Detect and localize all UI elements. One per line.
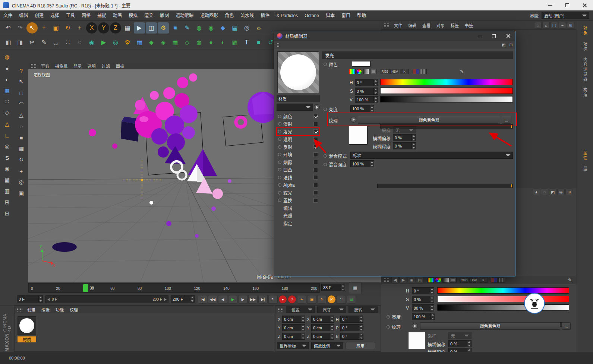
search-icon[interactable]: ◌ — [541, 189, 548, 195]
snap-mode-icon[interactable]: S — [2, 152, 12, 163]
channel-row[interactable]: 透明 — [277, 136, 320, 143]
hue-spinner[interactable]: 0 ° — [412, 287, 434, 294]
channel-row[interactable]: 反射 — [277, 143, 320, 151]
dialog-maximize-button[interactable] — [487, 31, 501, 41]
cycle-icon[interactable]: ◎ — [557, 189, 565, 195]
dock-icon[interactable]: ⊞ — [508, 42, 514, 48]
spinner-arrows-icon[interactable] — [359, 333, 363, 339]
coord-field[interactable]: 0 ° — [340, 324, 363, 331]
channel-checkbox[interactable] — [313, 160, 318, 164]
live-selection-icon[interactable]: ↖ — [26, 22, 38, 34]
polygons-mode-icon[interactable]: △ — [2, 119, 12, 129]
brightness-spinner[interactable]: 100 % — [350, 105, 374, 112]
tracer-icon[interactable]: ◇ — [182, 37, 193, 48]
home-icon[interactable]: ⌂ — [542, 22, 550, 29]
dock-tab[interactable]: 属性 — [581, 148, 589, 164]
spinner-arrows-icon[interactable] — [38, 296, 42, 302]
selection-arrow-icon[interactable]: ↖ — [16, 76, 26, 87]
dock-tab[interactable]: 内容浏览器 — [581, 54, 589, 85]
light-icon[interactable]: ☼ — [253, 22, 264, 34]
rotate-mini-button[interactable]: ↻ — [317, 295, 327, 304]
scale-mini-button[interactable]: ▣ — [307, 295, 316, 304]
mesh-check-icon[interactable]: ▥ — [2, 186, 12, 196]
gradient-picker-icon[interactable] — [363, 69, 369, 74]
loop-button[interactable]: ↻ — [268, 295, 278, 304]
spinner-arrows-icon[interactable] — [370, 161, 374, 167]
spinner-arrows-icon[interactable] — [411, 134, 416, 141]
channel-toggle-icon[interactable] — [278, 161, 281, 164]
channel-row[interactable]: 辉光 — [277, 189, 320, 197]
spinner-arrows-icon[interactable] — [301, 325, 305, 331]
channel-toggle-icon[interactable] — [278, 145, 281, 149]
spinner-arrows-icon[interactable] — [301, 333, 305, 339]
render-region-icon[interactable]: ◫ — [146, 22, 157, 34]
last-tool-icon[interactable]: + — [74, 22, 85, 34]
panel-grip-icon[interactable] — [384, 278, 389, 282]
rotate-view-icon[interactable]: ↻ — [16, 155, 26, 165]
image-picker-icon[interactable] — [370, 69, 377, 74]
record-keyframe-button[interactable]: ● — [278, 295, 287, 304]
menu-item[interactable]: 角色 — [221, 10, 237, 21]
workplane-mode-icon[interactable]: ▦ — [2, 85, 12, 96]
maximize-button[interactable] — [559, 0, 576, 10]
channel-checkbox[interactable] — [313, 198, 318, 203]
texture-expand-icon[interactable] — [350, 117, 356, 123]
texture-shader-button[interactable]: 颜色着色器 — [358, 116, 500, 124]
keyframe-dot-icon[interactable] — [324, 108, 327, 111]
camera-icon[interactable]: ◎ — [241, 22, 252, 34]
dock-tab[interactable]: 构造 — [581, 85, 589, 100]
viewport-menu-item[interactable]: 面板 — [113, 63, 127, 69]
menu-item[interactable]: 编辑 — [16, 10, 31, 21]
panel-grip-icon[interactable] — [384, 23, 389, 28]
brush-icon[interactable]: ✎ — [38, 37, 50, 48]
channel-row[interactable]: 环境 — [277, 151, 320, 159]
text-tool-icon[interactable]: T — [241, 37, 252, 48]
channel-checkbox[interactable] — [313, 129, 318, 134]
move-mini-button[interactable]: + — [297, 295, 306, 304]
blur-offset-spinner[interactable]: 0 % — [448, 340, 471, 347]
x-axis-lock-icon[interactable]: X — [86, 22, 97, 34]
spinner-arrows-icon[interactable] — [411, 143, 416, 149]
value-spinner[interactable]: 100 % — [355, 96, 378, 103]
value-spinner[interactable]: 80 % — [412, 304, 434, 311]
new-panel-icon[interactable]: ⊞ — [565, 189, 573, 195]
environment-icon[interactable]: ▤ — [229, 22, 240, 34]
help-icon[interactable]: ? — [16, 65, 26, 76]
lasso-select-icon[interactable]: ◠ — [16, 99, 26, 109]
coords-group-dropdown[interactable]: 尺寸 — [317, 306, 346, 313]
coord-field[interactable]: 0 cm — [311, 324, 334, 331]
channel-checkbox[interactable] — [313, 122, 318, 126]
spinner-arrows-icon[interactable] — [330, 325, 334, 331]
panel-grip-icon[interactable] — [17, 307, 23, 312]
viewport-menu-item[interactable]: 查看 — [38, 63, 52, 69]
points-mode-icon[interactable]: ∷ — [2, 96, 12, 107]
end-frame-spinner[interactable]: 200 F — [171, 295, 195, 303]
grid-snap-icon[interactable]: ⊞ — [2, 197, 12, 208]
rotate-icon[interactable]: ↻ — [62, 22, 73, 34]
mix-strength-spinner[interactable]: 100 % — [350, 160, 374, 167]
matrix-icon[interactable]: ▦ — [170, 37, 181, 48]
autokey-button[interactable]: ? — [288, 295, 296, 304]
y-axis-lock-icon[interactable]: Y — [98, 22, 109, 34]
channel-row[interactable]: Alpha — [277, 181, 320, 189]
channel-toggle-icon[interactable] — [278, 130, 281, 133]
texture-more-button[interactable]: ... — [502, 116, 511, 124]
picker-mode-tab[interactable]: K — [479, 278, 488, 283]
arrow-tool-icon[interactable]: ▶ — [98, 37, 109, 48]
menu-item[interactable]: 脚本 — [322, 10, 338, 21]
texture-mode-icon[interactable]: ◐ — [2, 74, 12, 85]
spinner-arrows-icon[interactable] — [190, 296, 194, 302]
keyframe-dot-icon[interactable] — [324, 163, 327, 166]
spinner-arrows-icon[interactable] — [373, 88, 378, 94]
channel-row[interactable]: 编辑 — [277, 204, 320, 212]
channel-checkbox[interactable] — [313, 145, 318, 149]
om-menu-item[interactable]: 编辑 — [405, 22, 419, 28]
timeline-range-slider[interactable]: 0 F 200 F — [45, 295, 168, 303]
workplane-lock-icon[interactable]: ▩ — [2, 175, 12, 185]
channel-row[interactable]: 置换 — [277, 197, 320, 205]
grid-tool-icon[interactable]: ▦ — [134, 37, 145, 48]
spinner-arrows-icon[interactable] — [430, 313, 435, 320]
matmgr-menu-item[interactable]: 纹理 — [67, 307, 81, 313]
dock-tab[interactable]: 场次 — [581, 39, 589, 54]
channel-toggle-icon[interactable] — [278, 183, 281, 187]
